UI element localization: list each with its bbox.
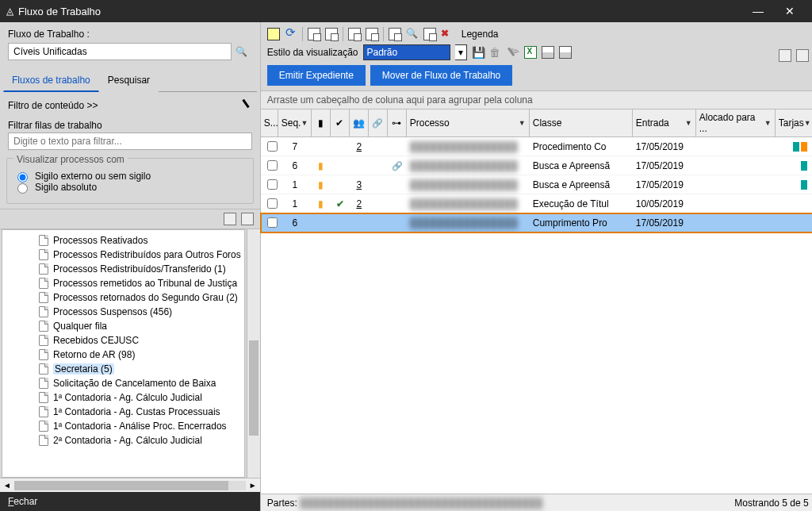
col-alocado[interactable]: Alocado para ...▼ (696, 110, 776, 136)
tree-item-label: 2ª Contadoria - Ag. Cálculo Judicial (53, 435, 202, 446)
doc-icon-1[interactable] (308, 28, 320, 40)
col-entrada[interactable]: Entrada▼ (633, 110, 696, 136)
group-by-bar[interactable]: Arraste um cabeçalho de coluna aqui para… (261, 90, 812, 110)
tab-fluxos[interactable]: Fluxos de trabalho (3, 69, 99, 92)
doc-icon-3[interactable] (348, 28, 361, 40)
row-checkbox[interactable] (267, 179, 278, 190)
col-seq[interactable]: Seq.▼ (278, 110, 312, 136)
row-checkbox[interactable] (267, 141, 278, 152)
col-processo[interactable]: Processo▼ (407, 110, 530, 136)
grid-body[interactable]: 72████████████████Procedimento Co17/05/2… (261, 137, 812, 494)
tree-item[interactable]: Processos Redistribuídos para Outros For… (2, 248, 244, 262)
tree-vertical-scrollbar[interactable] (247, 229, 260, 478)
tree-item[interactable]: Solicitação de Cancelamento de Baixa (2, 376, 244, 390)
tree-item[interactable]: Retorno de AR (98) (2, 348, 244, 362)
col-link[interactable] (369, 110, 388, 136)
visual-style-select[interactable]: Padrão (363, 44, 450, 60)
radio-sigilo-absoluto[interactable]: Sigilo absoluto (13, 181, 247, 194)
cell-groups[interactable] (350, 221, 369, 225)
top-right-icon-2[interactable] (796, 49, 809, 62)
table-row[interactable]: 6▮████████████████Busca e Apreensã17/05/… (261, 156, 812, 175)
cell-seq: 6 (278, 216, 312, 230)
layout-icon[interactable] (559, 46, 572, 59)
top-right-icon-1[interactable] (779, 49, 791, 62)
col-groups[interactable]: 👥 (350, 110, 369, 136)
doc-icon-5[interactable] (389, 28, 401, 40)
cell-check (331, 221, 350, 225)
emit-expediente-button[interactable]: Emitir Expediente (267, 65, 366, 86)
scroll-left-icon[interactable]: ◄ (0, 481, 14, 490)
highlight-icon[interactable] (267, 28, 280, 40)
radio-sigilo-externo-input[interactable] (17, 172, 28, 182)
table-row[interactable]: 6████████████████Cumprimento Pro17/05/20… (261, 213, 812, 232)
scroll-right-icon[interactable]: ► (246, 481, 260, 490)
chevron-down-icon[interactable]: ▼ (519, 119, 526, 127)
radio-sigilo-absoluto-input[interactable] (17, 183, 28, 194)
col-select-all[interactable]: S... (261, 110, 278, 136)
doc-icon-6[interactable] (423, 28, 436, 40)
columns-icon[interactable] (542, 46, 554, 59)
tab-pesquisar[interactable]: Pesquisar (99, 69, 159, 92)
cell-entrada: 17/05/2019 (633, 216, 696, 230)
cell-groups[interactable] (350, 164, 369, 167)
folder-icon (39, 363, 48, 375)
minimize-button[interactable]: — (742, 5, 774, 17)
tree-expand-icon[interactable] (241, 213, 254, 225)
cell-groups[interactable]: 2 (350, 140, 369, 154)
cancel-icon[interactable]: ✖ (441, 28, 454, 40)
col-conn[interactable]: ⊶ (388, 110, 407, 136)
tree-item[interactable]: Qualquer fila (2, 319, 244, 333)
close-bar[interactable]: Fechar (0, 492, 260, 511)
doc-icon-4[interactable] (366, 28, 378, 40)
col-flag[interactable]: ▮ (312, 110, 331, 136)
tree-horizontal-scrollbar[interactable]: ◄ ► (0, 478, 260, 492)
chevron-down-icon[interactable]: ▼ (301, 119, 308, 127)
table-row[interactable]: 1▮✔2████████████████Execução de Títul10/… (261, 194, 812, 213)
cell-classe: Busca e Apreensã (530, 159, 633, 173)
doc-icon-2[interactable] (325, 28, 338, 40)
tree-item[interactable]: Processos Reativados (2, 233, 244, 248)
move-workflow-button[interactable]: Mover de Fluxo de Trabalho (370, 65, 512, 86)
cell-seq: 6 (278, 159, 312, 173)
row-checkbox[interactable] (267, 198, 278, 209)
workflow-search-input[interactable] (8, 43, 232, 60)
filter-header[interactable]: Filtro de conteúdo >> (8, 100, 98, 111)
row-checkbox[interactable] (267, 160, 278, 171)
legend-link[interactable]: Legenda (462, 29, 499, 40)
col-check[interactable]: ✔ (331, 110, 350, 136)
tree-item[interactable]: 1ª Contadoria - Ag. Cálculo Judicial (2, 390, 244, 405)
table-row[interactable]: 72████████████████Procedimento Co17/05/2… (261, 137, 812, 156)
cell-check (331, 183, 350, 186)
save-icon[interactable] (472, 46, 485, 59)
cell-groups[interactable]: 2 (350, 197, 369, 211)
cell-groups[interactable]: 3 (350, 178, 369, 192)
col-classe[interactable]: Classe (530, 110, 633, 136)
tree-item[interactable]: Processos retornados do Segundo Grau (2) (2, 290, 244, 305)
chevron-down-icon[interactable]: ▼ (685, 119, 692, 127)
close-window-button[interactable]: ✕ (774, 5, 806, 17)
close-label: Fechar (8, 496, 37, 507)
tree-item[interactable]: 2ª Contadoria - Ag. Cálculo Judicial (2, 433, 244, 448)
tree-item[interactable]: Processos Redistribuídos/Transferido (1) (2, 262, 244, 276)
tree-item[interactable]: Recebidos CEJUSC (2, 333, 244, 348)
tree-item[interactable]: 1ª Contadoria - Ag. Custas Processuais (2, 405, 244, 419)
chevron-down-icon[interactable]: ▼ (804, 119, 811, 127)
col-tarjas[interactable]: Tarjas▼ (776, 110, 812, 136)
search-icon[interactable]: 🔍 (232, 43, 252, 60)
chevron-down-icon[interactable]: ▼ (764, 119, 772, 127)
tree-item[interactable]: Secretaria (5) (2, 362, 244, 376)
tree-collapse-icon[interactable] (224, 213, 236, 225)
workflow-tree[interactable]: Processos ReativadosProcessos Redistribu… (2, 229, 245, 478)
filter-queue-input[interactable] (8, 133, 252, 150)
tree-item[interactable]: 1ª Contadoria - Análise Proc. Encerrados (2, 419, 244, 433)
tree-item[interactable]: Processos Suspensos (456) (2, 305, 244, 319)
export-excel-icon[interactable] (524, 46, 537, 59)
refresh-icon[interactable] (285, 28, 297, 40)
tree-item[interactable]: Processos remetidos ao Tribunal de Justi… (2, 276, 244, 290)
table-row[interactable]: 1▮3████████████████Busca e Apreensã17/05… (261, 175, 812, 194)
visual-style-dropdown-icon[interactable]: ▾ (455, 44, 467, 60)
title-bar: ◬ Fluxo de Trabalho — ✕ (0, 0, 812, 22)
edit-filter-icon[interactable] (239, 96, 254, 111)
row-checkbox[interactable] (267, 217, 278, 228)
search-doc-icon[interactable]: 🔍 (406, 28, 419, 40)
